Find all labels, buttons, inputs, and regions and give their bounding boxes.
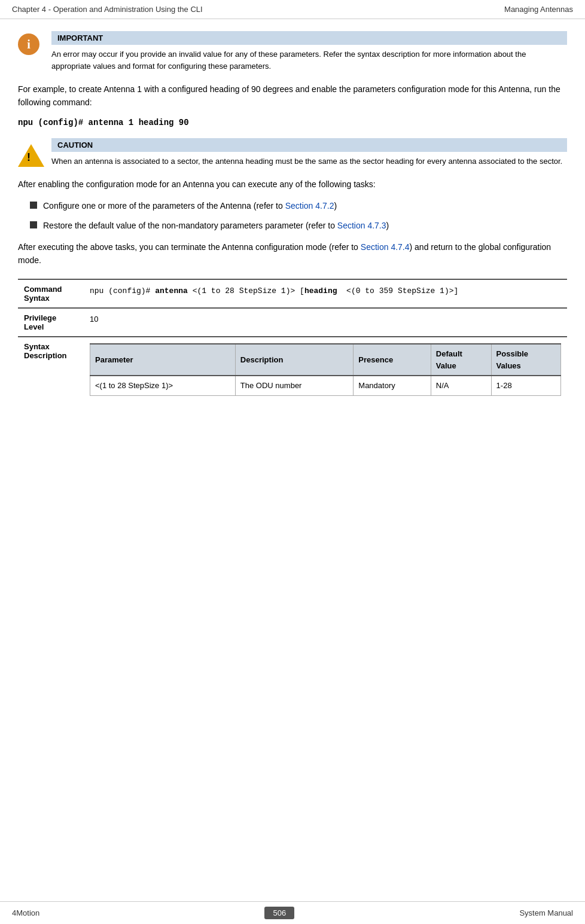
- important-label: IMPORTANT: [51, 31, 567, 45]
- command-syntax-value: npu (config)# antenna <(1 to 28 StepSize…: [84, 279, 567, 308]
- param-table-header-row: Parameter Description Presence DefaultVa…: [90, 344, 561, 376]
- footer-right: System Manual: [519, 908, 573, 917]
- header-left: Chapter 4 - Operation and Administration…: [12, 5, 203, 14]
- syntax-description-label: SyntaxDescription: [18, 337, 84, 401]
- info-icon-container: i: [18, 33, 44, 55]
- bullet-square-2: [30, 221, 37, 228]
- col-parameter: Parameter: [90, 344, 236, 376]
- table-cell-default_value: N/A: [431, 376, 491, 395]
- command-example: npu (config)# antenna 1 heading 90: [18, 118, 567, 127]
- col-default-value: DefaultValue: [431, 344, 491, 376]
- important-text: An error may occur if you provide an inv…: [51, 48, 567, 72]
- para2: After enabling the configuration mode fo…: [18, 178, 567, 191]
- bullet-text-2: Restore the default value of the non-man…: [43, 219, 567, 232]
- header-right: Managing Antennas: [504, 5, 573, 14]
- bullet-item-1: Configure one or more of the parameters …: [30, 200, 567, 212]
- caution-icon: [18, 144, 44, 167]
- page-header: Chapter 4 - Operation and Administration…: [0, 0, 585, 19]
- section-table: CommandSyntax npu (config)# antenna <(1 …: [18, 279, 567, 401]
- table-row: <(1 to 28 StepSize 1)>The ODU numberMand…: [90, 376, 561, 395]
- footer-left: 4Motion: [12, 908, 39, 917]
- para3: After executing the above tasks, you can…: [18, 240, 567, 267]
- table-cell-parameter: <(1 to 28 StepSize 1)>: [90, 376, 236, 395]
- section-4-7-3-link[interactable]: Section 4.7.3: [337, 221, 386, 230]
- param-table: Parameter Description Presence DefaultVa…: [90, 343, 561, 396]
- table-cell-presence: Mandatory: [354, 376, 431, 395]
- privilege-level-label: PrivilegeLevel: [18, 308, 84, 337]
- col-possible-values: PossibleValues: [491, 344, 560, 376]
- main-content: i IMPORTANT An error may occur if you pr…: [0, 19, 585, 437]
- important-box: i IMPORTANT An error may occur if you pr…: [18, 31, 567, 72]
- command-syntax-label: CommandSyntax: [18, 279, 84, 308]
- syntax-description-row: SyntaxDescription Parameter Description …: [18, 337, 567, 401]
- caution-icon-container: [18, 141, 44, 167]
- page-number: 506: [264, 907, 294, 919]
- table-cell-description: The ODU number: [235, 376, 353, 395]
- privilege-level-row: PrivilegeLevel 10: [18, 308, 567, 337]
- col-presence: Presence: [354, 344, 431, 376]
- cmd-prefix: npu (config)# antenna <(1 to 28 StepSize…: [90, 286, 458, 295]
- table-cell-possible_values: 1-28: [491, 376, 560, 395]
- bullet-square-1: [30, 202, 37, 209]
- caution-text: When an antenna is associated to a secto…: [51, 155, 567, 167]
- important-body: IMPORTANT An error may occur if you prov…: [51, 31, 567, 72]
- bullet-item-2: Restore the default value of the non-man…: [30, 219, 567, 232]
- section-4-7-2-link[interactable]: Section 4.7.2: [285, 201, 334, 211]
- info-icon: i: [18, 33, 39, 55]
- command-syntax-row: CommandSyntax npu (config)# antenna <(1 …: [18, 279, 567, 308]
- bullet-text-1: Configure one or more of the parameters …: [43, 200, 567, 212]
- syntax-description-value: Parameter Description Presence DefaultVa…: [84, 337, 567, 401]
- page-footer: 4Motion 506 System Manual: [0, 901, 585, 924]
- bullet-list: Configure one or more of the parameters …: [30, 200, 567, 232]
- caution-box: CAUTION When an antenna is associated to…: [18, 138, 567, 167]
- section-4-7-4-link[interactable]: Section 4.7.4: [361, 242, 410, 252]
- privilege-level-value: 10: [84, 308, 567, 337]
- caution-body: CAUTION When an antenna is associated to…: [51, 138, 567, 167]
- col-description: Description: [235, 344, 353, 376]
- para1: For example, to create Antenna 1 with a …: [18, 83, 567, 109]
- caution-label: CAUTION: [51, 138, 567, 152]
